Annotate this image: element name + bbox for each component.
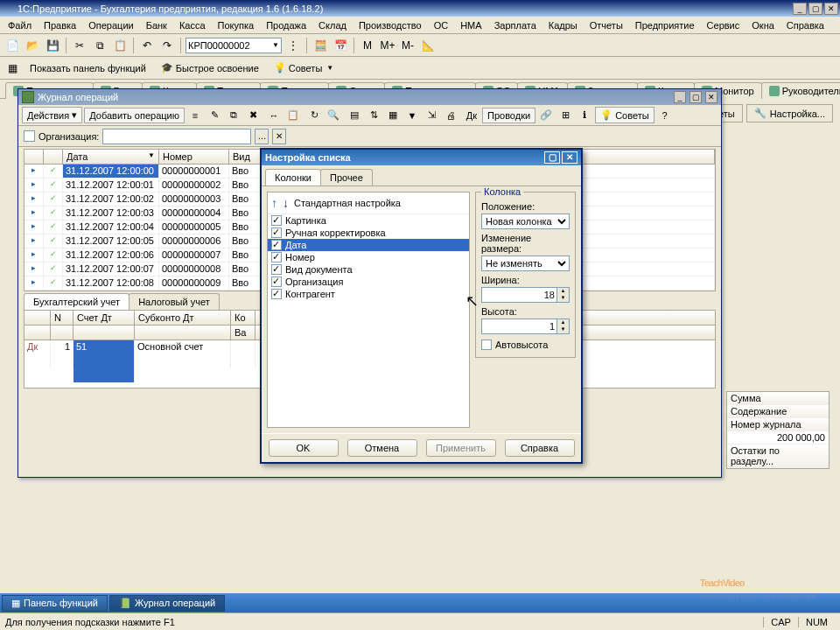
journal-tips-button[interactable]: 💡Советы <box>595 107 654 123</box>
copy-icon[interactable]: ⧉ <box>91 37 108 54</box>
menu-Склад[interactable]: Склад <box>312 18 353 32</box>
columns-list[interactable]: ↑ ↓ Стандартная настройка КартинкаРучная… <box>267 192 470 428</box>
close-button[interactable]: ✕ <box>824 3 838 15</box>
menu-Справка[interactable]: Справка <box>780 18 830 32</box>
menu-Правка[interactable]: Правка <box>38 18 82 32</box>
tab-bukh[interactable]: Бухгалтерский учет <box>24 293 130 310</box>
style-icon[interactable]: 📐 <box>419 37 437 54</box>
menu-Операции[interactable]: Операции <box>82 18 139 32</box>
actions-button[interactable]: Действия▾ <box>22 107 82 123</box>
org-checkbox[interactable] <box>24 130 35 142</box>
menu-Кадры[interactable]: Кадры <box>542 18 584 32</box>
show-panel-button[interactable]: Показать панель функций <box>24 60 152 76</box>
column-checkbox[interactable] <box>271 228 282 238</box>
column-item-6[interactable]: Контрагент <box>268 288 469 300</box>
spin-up-icon[interactable]: ▲ <box>556 319 569 326</box>
spin-up-icon[interactable]: ▲ <box>556 288 569 295</box>
menu-Файл[interactable]: Файл <box>2 18 38 32</box>
edit-icon[interactable]: ✎ <box>206 107 223 124</box>
journal-minimize-button[interactable]: _ <box>674 91 686 103</box>
menu-Отчеты[interactable]: Отчеты <box>584 18 629 32</box>
column-checkbox[interactable] <box>271 289 282 299</box>
menu-Продажа[interactable]: Продажа <box>260 18 312 32</box>
add-icon[interactable]: ≡ <box>186 107 204 124</box>
column-checkbox[interactable] <box>271 276 282 287</box>
menu-Касса[interactable]: Касса <box>173 18 212 32</box>
mplus-icon[interactable]: M+ <box>379 37 396 54</box>
column-checkbox[interactable] <box>271 215 282 226</box>
panel-icon[interactable]: ▦ <box>4 60 21 77</box>
menu-Сервис[interactable]: Сервис <box>701 18 746 32</box>
ok-button[interactable]: OK <box>269 439 339 457</box>
column-item-4[interactable]: Вид документа <box>268 263 469 276</box>
spin-down-icon[interactable]: ▼ <box>556 295 569 302</box>
main-tab-12[interactable]: Руководителю <box>761 82 840 99</box>
task-panel-functions[interactable]: ▦ Панель функций <box>2 595 108 612</box>
undo-icon[interactable]: ↶ <box>138 37 156 54</box>
save-icon[interactable]: 💾 <box>44 37 61 54</box>
document-combo[interactable]: КРП00000002 ▼ <box>186 38 282 53</box>
default-settings-link[interactable]: Стандартная настройка <box>294 198 401 208</box>
minimize-button[interactable]: _ <box>793 3 807 15</box>
dialog-maximize-button[interactable]: ▢ <box>544 151 560 164</box>
dialog-close-button[interactable]: ✕ <box>562 151 578 164</box>
menu-Окна[interactable]: Окна <box>746 18 780 32</box>
menu-Банк[interactable]: Банк <box>140 18 173 32</box>
calc-icon[interactable]: 🧮 <box>312 37 329 54</box>
org-clear-button[interactable]: … <box>255 129 269 144</box>
tree-icon[interactable]: ⊞ <box>556 107 574 124</box>
column-checkbox[interactable] <box>271 252 282 262</box>
column-item-5[interactable]: Организация <box>268 276 469 288</box>
column-checkbox[interactable] <box>271 240 282 250</box>
link-icon[interactable]: 🔗 <box>537 107 555 124</box>
refresh-icon[interactable]: ↻ <box>305 107 323 124</box>
list-icon[interactable]: ⋮ <box>284 37 302 54</box>
calendar-icon[interactable]: 📅 <box>332 37 349 54</box>
cancel-button[interactable]: Отмена <box>347 439 417 457</box>
provodki-button[interactable]: Проводки <box>482 108 536 123</box>
menu-Производство[interactable]: Производство <box>353 18 428 32</box>
journal-close-button[interactable]: ✕ <box>705 91 718 103</box>
autoheight-checkbox[interactable] <box>481 340 492 350</box>
tab-nalog[interactable]: Налоговый учет <box>129 293 220 310</box>
menu-Покупка[interactable]: Покупка <box>212 18 261 32</box>
tab-columns[interactable]: Колонки <box>265 169 321 186</box>
new-icon[interactable]: 📄 <box>4 37 21 54</box>
tips-button[interactable]: 💡Советы▼ <box>268 60 340 76</box>
help-button[interactable]: Справка <box>505 439 575 457</box>
menu-Зарплата[interactable]: Зарплата <box>488 18 542 32</box>
copy-row-icon[interactable]: ⧉ <box>225 107 242 124</box>
column-item-3[interactable]: Номер <box>268 251 469 263</box>
menu-НМА[interactable]: НМА <box>454 18 487 32</box>
cut-icon[interactable]: ✂ <box>71 37 88 54</box>
column-item-1[interactable]: Ручная корректировка <box>268 227 469 239</box>
settings-toolbar-button[interactable]: 🔧Настройка... <box>746 104 833 122</box>
resize-select[interactable]: Не изменять <box>481 256 570 271</box>
add-operation-button[interactable]: Добавить операцию <box>84 108 185 123</box>
filter-icon[interactable]: ▤ <box>346 107 363 124</box>
nav-icon[interactable]: ↔ <box>265 107 283 124</box>
tab-other[interactable]: Прочее <box>320 169 373 186</box>
restore-button[interactable]: ▢ <box>808 3 822 15</box>
m-icon[interactable]: M <box>359 37 376 54</box>
apply-button[interactable]: Применить <box>426 439 496 457</box>
doc-icon[interactable]: 📋 <box>284 107 302 124</box>
column-checkbox[interactable] <box>271 264 282 275</box>
column-item-2[interactable]: Дата <box>268 239 469 251</box>
help-icon[interactable]: ? <box>656 107 674 124</box>
org-select-button[interactable]: ✕ <box>272 129 286 144</box>
org-field[interactable] <box>102 129 251 144</box>
print-icon[interactable]: 🖨 <box>442 107 459 124</box>
summary-ostatki[interactable]: Остатки по разделу... <box>727 444 829 468</box>
width-input[interactable]: ▲▼ <box>481 287 570 303</box>
delete-icon[interactable]: ✖ <box>244 107 262 124</box>
spin-down-icon[interactable]: ▼ <box>556 326 569 333</box>
paste-icon[interactable]: 📋 <box>111 37 129 54</box>
height-input[interactable]: ▲▼ <box>481 318 570 334</box>
quick-learn-button[interactable]: 🎓Быстрое освоение <box>155 60 265 76</box>
menu-ОС[interactable]: ОС <box>428 18 455 32</box>
open-icon[interactable]: 📂 <box>24 37 41 54</box>
group-icon[interactable]: ▦ <box>384 107 402 124</box>
move-up-icon[interactable]: ↑ <box>271 196 277 210</box>
find-icon[interactable]: 🔍 <box>325 107 342 124</box>
